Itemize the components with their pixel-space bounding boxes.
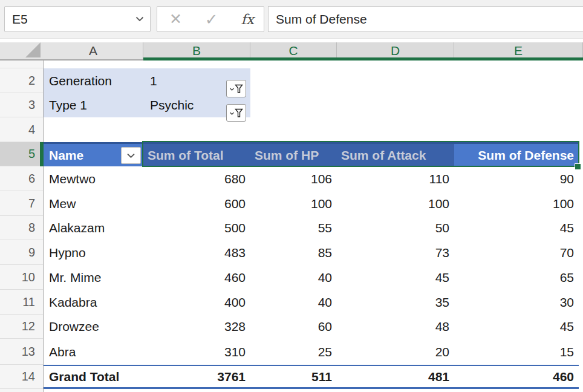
cell-E14[interactable]: 460 xyxy=(454,366,579,387)
cell-A10[interactable]: Mr. Mime xyxy=(44,265,143,290)
cell-A6[interactable]: Mewtwo xyxy=(44,166,143,191)
row-header-8[interactable]: 8 xyxy=(0,216,43,240)
cell-B7[interactable]: 600 xyxy=(143,191,250,216)
cell-C8[interactable]: 55 xyxy=(250,216,337,240)
row-header-6[interactable]: 6 xyxy=(0,166,43,191)
table-row-6: Mewtwo68010611090 xyxy=(44,166,579,191)
table-row-9: Hypno483857370 xyxy=(44,240,579,265)
cell-B10[interactable]: 460 xyxy=(143,265,250,290)
excel-window: E5 ✕ ✓ fx Sum of Defense ABCDE 123456789… xyxy=(0,0,583,392)
row-header-11[interactable]: 11 xyxy=(0,290,43,315)
cell-D9[interactable]: 73 xyxy=(337,240,454,265)
row-header-5[interactable]: 5 xyxy=(0,142,43,166)
cell-A12[interactable]: Drowzee xyxy=(44,315,143,339)
cell-E9[interactable]: 70 xyxy=(454,240,579,265)
table-row-14: Grand Total3761511481460 xyxy=(44,365,579,389)
row-header-1[interactable]: 1 xyxy=(0,60,43,68)
row-header-4[interactable]: 4 xyxy=(0,117,43,142)
cell-C12[interactable]: 60 xyxy=(250,315,337,339)
row-header-10[interactable]: 10 xyxy=(0,265,43,290)
pivot-header-sum-of-attack[interactable]: Sum of Attack xyxy=(337,144,454,166)
cell-B13[interactable]: 310 xyxy=(143,339,250,365)
cell-D13[interactable]: 20 xyxy=(337,339,454,365)
cell-D10[interactable]: 45 xyxy=(337,265,454,290)
row-header-14[interactable]: 14 xyxy=(0,365,43,389)
pivot-header-name[interactable]: Name xyxy=(44,144,143,166)
cell-C9[interactable]: 85 xyxy=(250,240,337,265)
cell-D14[interactable]: 481 xyxy=(337,366,454,387)
cell-C7[interactable]: 100 xyxy=(250,191,337,216)
filter-button-type-1[interactable] xyxy=(226,104,246,122)
column-header-C[interactable]: C xyxy=(250,42,337,59)
insert-function-icon[interactable]: fx xyxy=(241,11,254,27)
sheet-area: Generation1Type 1Psychic NameSum of Tota… xyxy=(44,60,583,392)
row-header-3[interactable]: 3 xyxy=(0,93,43,117)
funnel-filter-icon xyxy=(229,107,244,119)
table-row-8: Alakazam500555045 xyxy=(44,216,579,240)
row-header-7[interactable]: 7 xyxy=(0,191,43,216)
cell-D6[interactable]: 110 xyxy=(337,166,454,191)
cell-A7[interactable]: Mew xyxy=(44,191,143,216)
cell-E8[interactable]: 45 xyxy=(454,216,579,240)
filter-row-1: Generation1 xyxy=(44,68,250,93)
cell-D8[interactable]: 50 xyxy=(337,216,454,240)
row-header-9[interactable]: 9 xyxy=(0,240,43,265)
pivot-header-sum-of-hp[interactable]: Sum of HP xyxy=(250,144,337,166)
cell-B8[interactable]: 500 xyxy=(143,216,250,240)
cell-D7[interactable]: 100 xyxy=(337,191,454,216)
cell-E11[interactable]: 30 xyxy=(454,290,579,315)
formula-input[interactable]: Sum of Defense xyxy=(268,6,583,32)
cell-B14[interactable]: 3761 xyxy=(143,366,250,387)
cell-A8[interactable]: Alakazam xyxy=(44,216,143,240)
cell-A14[interactable]: Grand Total xyxy=(44,366,143,387)
filter-value: Psychic xyxy=(144,98,194,113)
cell-E6[interactable]: 90 xyxy=(454,166,579,191)
cell-D12[interactable]: 48 xyxy=(337,315,454,339)
pivot-header-sum-of-total[interactable]: Sum of Total xyxy=(143,144,250,166)
table-row-13: Abra310252015 xyxy=(44,339,579,365)
cell-C6[interactable]: 106 xyxy=(250,166,337,191)
cell-A11[interactable]: Kadabra xyxy=(44,290,143,315)
pivot-header-row: NameSum of TotalSum of HPSum of AttackSu… xyxy=(44,142,579,166)
fill-handle[interactable] xyxy=(575,163,581,170)
cell-E10[interactable]: 65 xyxy=(454,265,579,290)
cell-B11[interactable]: 400 xyxy=(143,290,250,315)
column-header-A[interactable]: A xyxy=(44,42,143,59)
cell-A13[interactable]: Abra xyxy=(44,339,143,365)
row-header-2[interactable]: 2 xyxy=(0,68,43,93)
cell-C11[interactable]: 40 xyxy=(250,290,337,315)
filter-field-label: Generation xyxy=(44,74,144,88)
cell-D11[interactable]: 35 xyxy=(337,290,454,315)
table-row-11: Kadabra400403530 xyxy=(44,290,579,315)
name-box[interactable]: E5 xyxy=(4,6,151,32)
cell-B9[interactable]: 483 xyxy=(143,240,250,265)
formula-text: Sum of Defense xyxy=(276,12,367,27)
row-header-12[interactable]: 12 xyxy=(0,315,43,339)
column-header-E[interactable]: E xyxy=(454,42,583,59)
row-header-column: 1234567891011121314 xyxy=(0,60,44,392)
name-filter-dropdown[interactable] xyxy=(121,147,141,164)
cell-C13[interactable]: 25 xyxy=(250,339,337,365)
cell-C14[interactable]: 511 xyxy=(250,366,337,387)
cell-A9[interactable]: Hypno xyxy=(44,240,143,265)
cancel-icon[interactable]: ✕ xyxy=(169,11,182,27)
select-all-triangle-icon xyxy=(25,42,41,57)
cell-E12[interactable]: 45 xyxy=(454,315,579,339)
column-header-row: ABCDE xyxy=(0,42,583,60)
formula-buttons: ✕ ✓ fx xyxy=(157,6,264,32)
column-header-B[interactable]: B xyxy=(143,42,250,59)
cell-E13[interactable]: 15 xyxy=(454,339,579,365)
cell-C10[interactable]: 40 xyxy=(250,265,337,290)
row-header-13[interactable]: 13 xyxy=(0,339,43,365)
pivot-header-sum-of-defense[interactable]: Sum of Defense xyxy=(454,144,579,166)
accept-icon[interactable]: ✓ xyxy=(205,11,218,27)
cell-B6[interactable]: 680 xyxy=(143,166,250,191)
filter-value: 1 xyxy=(144,74,157,88)
table-row-12: Drowzee328604845 xyxy=(44,315,579,339)
select-all-button[interactable] xyxy=(0,42,44,59)
name-box-chevron-icon[interactable] xyxy=(135,16,144,22)
cell-B12[interactable]: 328 xyxy=(143,315,250,339)
column-header-D[interactable]: D xyxy=(337,42,454,59)
cell-E7[interactable]: 100 xyxy=(454,191,579,216)
filter-row-2: Type 1Psychic xyxy=(44,93,250,117)
